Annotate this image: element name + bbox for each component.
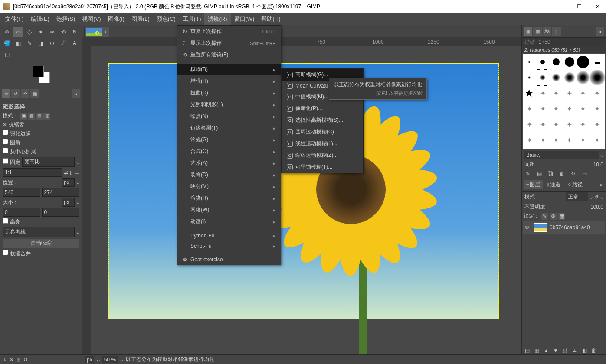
delete-layer-icon[interactable]: 🗑 <box>590 348 597 354</box>
dropdown-icon[interactable]: ⌵ <box>120 357 123 363</box>
merge-layer-icon[interactable]: ⥿ <box>571 348 578 354</box>
minimize-button[interactable]: — <box>555 3 566 10</box>
smudge-tool[interactable]: ☄ <box>58 38 69 49</box>
brush-item[interactable]: ✦ <box>536 117 550 132</box>
menu-item[interactable]: 网络(W)▸ <box>177 204 281 216</box>
warp-tool[interactable]: ↻ <box>69 27 80 37</box>
brush-item[interactable]: ✦ <box>550 85 563 101</box>
submenu-item[interactable]: ⚙可平铺模糊(T)... <box>282 161 363 173</box>
dock-menu[interactable]: ◂ <box>72 89 80 98</box>
antialias-checkbox[interactable]: 抗锯齿 <box>9 121 24 128</box>
brush-item[interactable]: ✦ <box>523 117 536 132</box>
layer-name[interactable]: 0b5746cab91a40 <box>550 224 590 231</box>
menu-item[interactable]: 艺术(A)▸ <box>177 157 281 169</box>
menu-10[interactable]: 帮助(H) <box>258 13 284 25</box>
brush-item[interactable]: ✦ <box>576 117 590 132</box>
paths-tab[interactable]: ✧路径 <box>565 180 585 189</box>
crop-tool[interactable]: ✂ <box>47 27 57 37</box>
menu-5[interactable]: 图层(L) <box>128 13 153 25</box>
brush-item[interactable]: ✦ <box>590 101 605 117</box>
raise-layer-icon[interactable]: ▲ <box>543 348 550 354</box>
open-brush-icon[interactable]: ▭ <box>581 171 588 177</box>
edit-brush-icon[interactable]: ✎ <box>524 171 531 177</box>
menu-4[interactable]: 图像(I) <box>105 13 128 25</box>
brush-item[interactable]: ✦ <box>536 85 550 101</box>
menu-item[interactable]: ⟲重置所有滤镜(F) <box>177 49 281 61</box>
fixed-mode-select[interactable]: 宽高比 <box>22 157 75 167</box>
submenu-item[interactable]: G缩放运动模糊(Z)... <box>282 150 363 161</box>
menu-item[interactable]: 常规(G)▸ <box>177 134 281 146</box>
brush-item[interactable]: ✦ <box>576 132 590 148</box>
submenu-item[interactable]: G像素化(P)... <box>282 103 363 114</box>
brush-item[interactable]: ✦ <box>563 101 576 117</box>
menu-item[interactable]: Script-Fu▸ <box>177 241 281 251</box>
guides-select[interactable]: 无参考线 <box>3 227 75 237</box>
menu-item[interactable]: 映射(M)▸ <box>177 181 281 192</box>
dropdown-icon[interactable]: ⌵ <box>97 357 100 363</box>
menu-item[interactable]: ⚙Goat-exercise <box>177 254 281 265</box>
menu-8[interactable]: 滤镜(R) <box>204 13 230 25</box>
brush-item[interactable]: ★ <box>523 85 536 101</box>
brush-item[interactable]: ✦ <box>523 101 536 117</box>
menu-item[interactable]: Python-Fu▸ <box>177 231 281 241</box>
dropdown-icon[interactable]: ⌵ <box>590 194 593 200</box>
brush-item[interactable]: ✦ <box>563 132 576 148</box>
gradient-tool[interactable]: ◧ <box>13 38 23 49</box>
menu-item[interactable]: 动画(I)▸ <box>177 216 281 228</box>
brush-item[interactable]: ✦ <box>563 85 576 101</box>
mode-subtract[interactable]: ▤ <box>36 113 43 120</box>
size-h-input[interactable]: 0 <box>42 208 80 217</box>
menu-item[interactable]: 增强(H)▸ <box>177 75 281 87</box>
clone-tool[interactable]: ⊙ <box>47 38 57 49</box>
brush-item[interactable]: ✦ <box>590 132 605 148</box>
submenu-item[interactable]: G选择性高斯模糊(S)... <box>282 114 363 126</box>
dropdown-icon[interactable]: ⌵ <box>600 152 603 158</box>
close-button[interactable]: ✕ <box>593 3 603 10</box>
undo-history-tab[interactable]: ↶ <box>21 89 29 98</box>
sb-icon4[interactable]: ↺ <box>23 357 28 363</box>
brush-item[interactable]: ✦ <box>590 117 605 132</box>
refresh-brush-icon[interactable]: ↻ <box>570 171 577 177</box>
brush-item[interactable] <box>576 70 590 85</box>
lock-pixels-icon[interactable]: ✎ <box>541 213 548 220</box>
brushes-tab[interactable]: ▦ <box>524 27 532 36</box>
menu-3[interactable]: 视图(V) <box>79 13 104 25</box>
rounded-checkbox[interactable]: 圆角 <box>3 139 20 146</box>
eraser-tool[interactable]: ◨ <box>36 38 46 49</box>
dup-layer-icon[interactable]: ⿻ <box>562 348 569 354</box>
unit-select[interactable]: px <box>85 356 94 363</box>
landscape-icon[interactable]: ▭ <box>75 169 79 176</box>
pencil-tool[interactable]: ✎ <box>24 38 35 49</box>
menu-item[interactable]: 光照和阴影(L)▸ <box>177 99 281 110</box>
dropdown-icon[interactable]: ⌵ <box>76 179 79 185</box>
menu-item[interactable]: 模糊(B)▸ <box>177 64 281 75</box>
dropdown-icon[interactable]: ⌵ <box>76 199 79 205</box>
dropdown-icon[interactable]: ⌵ <box>76 229 79 235</box>
menu-item[interactable]: ⤴显示上次操作Shift+Ctrl+F <box>177 37 281 49</box>
layer-row[interactable]: 👁 0b5746cab91a40 <box>523 221 605 234</box>
portrait-icon[interactable]: ▯ <box>70 169 73 176</box>
opacity-value[interactable]: 100.0 <box>590 204 603 210</box>
device-status-tab[interactable]: ↺ <box>11 89 20 98</box>
brush-item[interactable] <box>536 54 550 70</box>
brush-item[interactable] <box>563 54 576 70</box>
tool-options-tab[interactable]: ▭ <box>2 89 10 98</box>
layer-visible-icon[interactable]: 👁 <box>524 224 531 231</box>
pos-y-input[interactable]: 274 <box>42 188 80 197</box>
pos-unit[interactable]: px <box>62 178 75 187</box>
blend-mode-select[interactable]: 正常 <box>566 192 588 202</box>
lock-alpha-icon[interactable]: ▦ <box>558 213 565 220</box>
size-w-input[interactable]: 0 <box>3 208 40 217</box>
brush-item[interactable]: ✦ <box>536 132 550 148</box>
ratio-input[interactable]: 1:1 <box>3 168 62 177</box>
history-tab[interactable]: ▯ <box>552 27 561 36</box>
mask-layer-icon[interactable]: ◧ <box>581 348 588 354</box>
menu-7[interactable]: 工具(T) <box>179 13 205 25</box>
del-brush-icon[interactable]: 🗑 <box>558 171 565 177</box>
pos-x-input[interactable]: 546 <box>3 188 40 197</box>
brush-item[interactable]: ✦ <box>576 85 590 101</box>
dup-brush-icon[interactable]: ⿻ <box>547 171 554 177</box>
bucket-tool[interactable]: 🪣 <box>2 38 12 49</box>
fg-color[interactable] <box>33 66 44 77</box>
menu-item[interactable]: 边缘检测(T)▸ <box>177 122 281 134</box>
